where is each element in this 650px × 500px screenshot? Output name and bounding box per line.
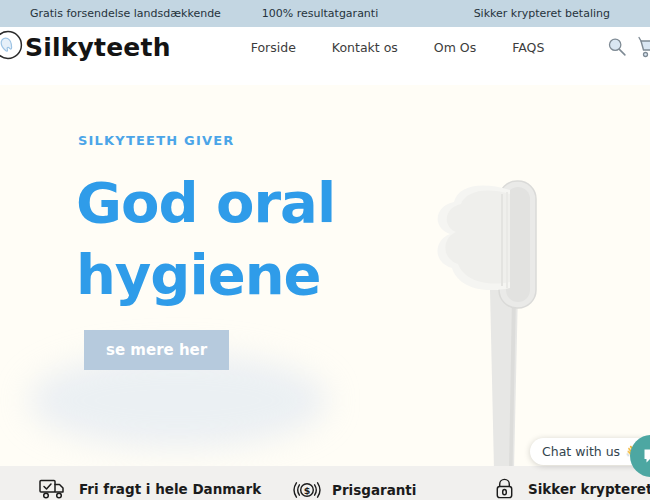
main-nav: Forside Kontakt os Om Os FAQS	[251, 40, 545, 55]
search-icon[interactable]	[606, 36, 628, 58]
hero-eyebrow: SILKYTEETH GIVER	[78, 133, 235, 148]
nav-item-kontakt-os[interactable]: Kontakt os	[332, 40, 398, 55]
feature-secure-payment: Sikker krypteret betaling	[492, 476, 650, 500]
feature-price-guarantee: $ Prisgaranti	[293, 476, 416, 500]
feature-label: Sikker krypteret betaling	[528, 481, 650, 497]
announcement-secure: Sikker krypteret betaling	[378, 7, 610, 20]
price-guarantee-icon: $	[293, 476, 321, 500]
see-more-button[interactable]: se mere her	[84, 330, 229, 370]
feature-free-shipping: Fri fragt i hele Danmark	[38, 476, 261, 500]
truck-icon	[38, 476, 68, 500]
nav-item-forside[interactable]: Forside	[251, 40, 296, 55]
hero-heading: God oral hygiene	[76, 167, 431, 310]
chat-bubble-icon	[642, 447, 650, 465]
lock-icon	[492, 476, 517, 500]
cart-icon[interactable]	[637, 35, 650, 59]
features-strip: Fri fragt i hele Danmark $ Prisgaranti S…	[0, 466, 650, 500]
announcement-guarantee: 100% resultatgaranti	[262, 7, 378, 20]
announcement-bar: Gratis forsendelse landsdækkende 100% re…	[0, 0, 650, 27]
logo-text: Silkyteeth	[25, 33, 171, 62]
hero-section: SILKYTEETH GIVER God oral hygiene se mer…	[0, 85, 650, 466]
header-icons	[606, 35, 650, 59]
toothbrush-image	[428, 170, 638, 466]
tooth-logo-icon	[0, 30, 23, 64]
site-header: Silkyteeth Forside Kontakt os Om Os FAQS	[0, 27, 650, 85]
feature-label: Fri fragt i hele Danmark	[79, 481, 261, 497]
logo-link[interactable]: Silkyteeth	[0, 30, 171, 64]
announcement-shipping: Gratis forsendelse landsdækkende	[30, 7, 262, 20]
chat-label: Chat with us	[542, 444, 620, 459]
nav-item-om-os[interactable]: Om Os	[434, 40, 476, 55]
svg-text:$: $	[304, 485, 311, 496]
nav-item-faqs[interactable]: FAQS	[512, 40, 544, 55]
feature-label: Prisgaranti	[332, 482, 416, 498]
